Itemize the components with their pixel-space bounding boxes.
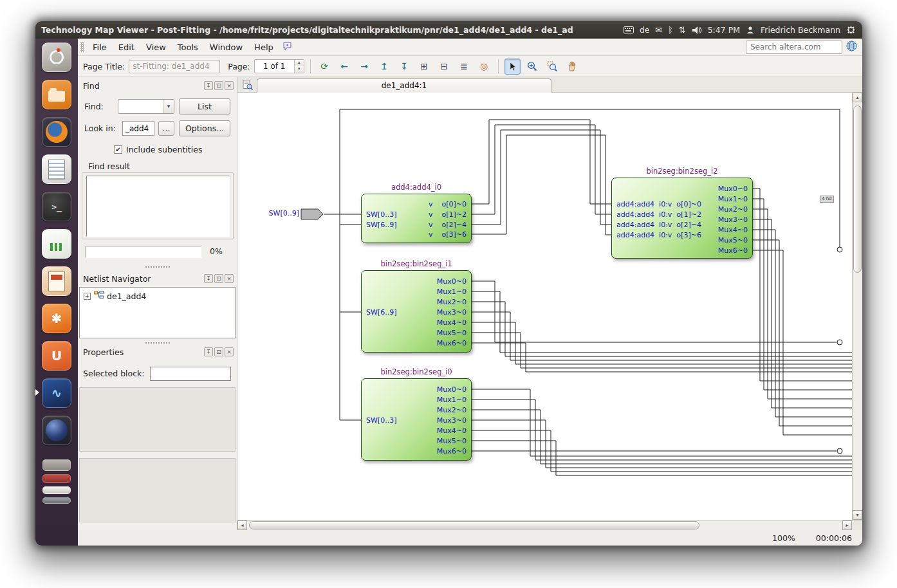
scroll-right-icon[interactable]: ▸ — [842, 520, 852, 530]
stacked-app-icon-3[interactable] — [42, 486, 71, 494]
include-subentities-label[interactable]: Include subentities — [126, 145, 202, 154]
dock-splitter[interactable] — [78, 265, 237, 269]
back-icon[interactable]: ← — [337, 59, 353, 75]
tab-de1-add4[interactable]: de1_add4:1 — [257, 78, 551, 93]
keyboard-indicator-icon[interactable] — [624, 26, 634, 33]
horizontal-scroll-thumb[interactable] — [249, 521, 699, 529]
session-gear-icon[interactable] — [846, 25, 856, 35]
spinner-up-icon[interactable]: ▴ — [295, 60, 304, 66]
bluetooth-icon[interactable]: ᛒ — [668, 25, 673, 35]
office-document-icon[interactable] — [42, 266, 71, 296]
block-add4-i0[interactable]: SW[0..3] SW[6..9] v o[0]~0 v o[1]~2 v o[… — [361, 194, 472, 243]
page-spinner-value: 1 of 1 — [255, 60, 294, 73]
globe-icon[interactable] — [846, 41, 857, 53]
properties-close-icon[interactable]: × — [225, 347, 234, 356]
collapse-all-icon[interactable]: ⊟ — [436, 59, 452, 75]
input-pin-label[interactable]: SW[0..9] — [263, 209, 299, 217]
netlist-tree-icon[interactable]: ≣ — [456, 59, 472, 75]
find-close-icon[interactable]: × — [225, 81, 234, 90]
vertical-scroll-thumb[interactable] — [853, 106, 862, 273]
horizontal-scrollbar[interactable]: ◂ ▸ — [237, 520, 852, 530]
forward-icon[interactable]: → — [356, 59, 373, 75]
menubar-grip — [80, 42, 84, 52]
find-result-list[interactable] — [86, 176, 230, 237]
expand-all-icon[interactable]: ⊞ — [416, 59, 432, 75]
menu-window[interactable]: Window — [204, 40, 248, 55]
menu-help[interactable]: Help — [248, 40, 279, 55]
port: v o[3]~6 — [429, 230, 467, 239]
mail-icon[interactable]: ✉ — [655, 25, 662, 35]
find-pin-icon[interactable]: ↧ — [204, 81, 213, 90]
options-button[interactable]: Options... — [179, 120, 230, 136]
scroll-left-icon[interactable]: ◂ — [237, 520, 247, 530]
vertical-scrollbar[interactable]: ▴ ▾ — [852, 93, 862, 520]
parent-page-icon[interactable]: ↥ — [376, 59, 393, 75]
search-input[interactable] — [746, 41, 842, 54]
menu-view[interactable]: View — [140, 40, 172, 55]
find-combo[interactable]: ▾ — [118, 99, 174, 114]
combo-arrow-icon[interactable]: ▾ — [163, 100, 174, 113]
block-bin2seg-i0[interactable]: SW[0..3] Mux0~0 Mux1~0 Mux2~0 Mux3~0 Mux… — [361, 378, 472, 461]
stacked-app-icon-2[interactable] — [42, 474, 71, 483]
selection-tool-icon[interactable] — [504, 59, 521, 75]
selected-block-field[interactable] — [150, 367, 231, 381]
terminal-icon[interactable]: >_ — [42, 192, 71, 221]
files-icon[interactable] — [42, 80, 71, 109]
context-help-icon[interactable] — [283, 42, 293, 53]
scroll-up-icon[interactable]: ▴ — [853, 93, 862, 102]
scroll-down-icon[interactable]: ▾ — [853, 510, 862, 520]
find-float-icon[interactable]: ⊡ — [214, 81, 223, 90]
page-spinner[interactable]: 1 of 1 ▴ ▾ — [254, 59, 304, 73]
eclipse-icon[interactable] — [42, 416, 71, 445]
include-subentities-checkbox[interactable]: ✔ — [114, 145, 122, 154]
stacked-app-icon-1[interactable] — [42, 459, 71, 471]
user-name[interactable]: Friedrich Beckmann — [761, 25, 840, 35]
properties-float-icon[interactable]: ⊡ — [214, 347, 223, 356]
zoom-selection-icon[interactable] — [544, 59, 560, 75]
volume-icon[interactable] — [692, 26, 702, 35]
tree-item-label[interactable]: de1_add4 — [107, 291, 146, 301]
tree-expander-icon[interactable]: + — [84, 293, 91, 300]
ubuntu-one-icon[interactable]: U — [42, 341, 71, 371]
pan-tool-icon[interactable] — [564, 59, 580, 75]
input-pin-shape[interactable] — [301, 209, 323, 219]
spinner-down-icon[interactable]: ▾ — [295, 66, 304, 73]
port: Mux2~0 — [437, 406, 467, 415]
properties-pin-icon[interactable]: ↧ — [204, 347, 213, 356]
locate-icon[interactable]: ◎ — [476, 59, 492, 75]
port: Mux4~0 — [437, 318, 467, 327]
menu-edit[interactable]: Edit — [113, 40, 140, 55]
find-panel-title: Find — [83, 81, 100, 91]
page-title-field[interactable] — [129, 60, 220, 73]
zoom-in-icon[interactable] — [524, 59, 541, 75]
firefox-icon[interactable] — [42, 117, 71, 147]
ubuntu-dash-icon[interactable] — [42, 42, 71, 72]
list-button[interactable]: List — [179, 98, 230, 115]
stacked-app-icon-4[interactable] — [42, 497, 71, 504]
schematic-canvas[interactable]: SW[0..9] 4 hd add4:add4_i0 SW[0..3] SW[6… — [237, 93, 852, 520]
netlist-tree-item[interactable]: + de1_add4 — [80, 288, 235, 304]
software-center-icon[interactable]: ✱ — [42, 304, 71, 333]
menu-file[interactable]: File — [87, 40, 113, 55]
libreoffice-calc-icon[interactable] — [42, 229, 71, 259]
page-find-icon[interactable] — [243, 80, 253, 93]
netlist-close-icon[interactable]: × — [225, 274, 234, 283]
netlist-float-icon[interactable]: ⊡ — [214, 274, 223, 283]
clock[interactable]: 5:47 PM — [708, 25, 740, 35]
block-bin2seg-i1[interactable]: SW[6..9] Mux0~0 Mux1~0 Mux2~0 Mux3~0 Mux… — [361, 270, 472, 353]
network-sync-icon[interactable]: ⇅ — [679, 25, 686, 35]
look-in-field[interactable] — [122, 121, 154, 136]
text-editor-icon[interactable] — [42, 154, 71, 184]
keyboard-layout-label[interactable]: de — [640, 26, 649, 35]
menu-tools[interactable]: Tools — [172, 40, 204, 55]
block-bin2seg-i2[interactable]: add4:add4 i0:v o[0]~0 add4:add4 i0:v o[1… — [611, 178, 753, 259]
browse-button[interactable]: ... — [158, 121, 174, 136]
connector-dot — [837, 247, 842, 252]
child-page-icon[interactable]: ↧ — [396, 59, 412, 75]
port: v o[0]~0 — [429, 200, 467, 209]
dock-splitter-2[interactable] — [78, 341, 237, 345]
port: SW[6..9] — [366, 308, 396, 317]
refresh-icon[interactable]: ⟳ — [317, 59, 333, 75]
netlist-pin-icon[interactable]: ↧ — [204, 274, 213, 283]
waveform-viewer-icon[interactable]: ∿ — [42, 378, 71, 408]
